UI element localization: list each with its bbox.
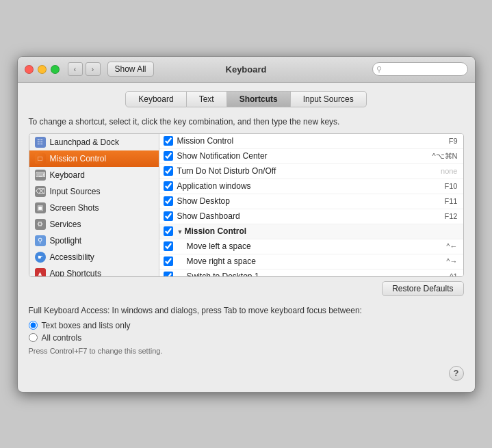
shortcut-key: ^⌥⌘N bbox=[432, 152, 457, 161]
services-icon: ⚙ bbox=[35, 219, 46, 230]
shortcut-label: Application windows bbox=[177, 181, 445, 191]
sidebar-item-keyboard[interactable]: ⌨ Keyboard bbox=[29, 167, 159, 183]
screenshots-icon: ▣ bbox=[35, 202, 46, 213]
shortcut-checkbox[interactable] bbox=[164, 211, 173, 221]
shortcut-key: ^← bbox=[446, 242, 457, 250]
shortcut-key: F11 bbox=[445, 197, 458, 205]
main-panel: ☷ Launchpad & Dock □ Mission Control ⌨ K… bbox=[29, 133, 464, 277]
shortcut-checkbox[interactable] bbox=[164, 241, 173, 251]
shortcut-label: ▼Mission Control bbox=[177, 226, 458, 236]
app-shortcuts-icon: ▲ bbox=[35, 268, 46, 276]
show-all-button[interactable]: Show All bbox=[107, 62, 154, 77]
radio-text-boxes-input[interactable] bbox=[29, 321, 38, 330]
instruction-text: To change a shortcut, select it, click t… bbox=[29, 117, 464, 127]
content-area: Keyboard Text Shortcuts Input Sources To… bbox=[18, 83, 475, 392]
shortcut-checkbox[interactable] bbox=[164, 136, 173, 146]
shortcut-label: Move right a space bbox=[177, 256, 447, 266]
shortcut-checkbox[interactable] bbox=[164, 181, 173, 191]
sidebar-item-services[interactable]: ⚙ Services bbox=[29, 216, 159, 233]
keyboard-access-section: Full Keyboard Access: In windows and dia… bbox=[29, 306, 464, 355]
search-wrap: ⚲ bbox=[372, 62, 468, 76]
shortcuts-list: Mission Control F9 Show Notification Cen… bbox=[159, 134, 463, 276]
shortcut-checkbox[interactable] bbox=[164, 151, 173, 161]
shortcut-row: Show Dashboard F12 bbox=[159, 209, 463, 224]
help-area: ? bbox=[29, 366, 464, 381]
sidebar-item-label: Keyboard bbox=[50, 170, 85, 180]
shortcut-key: ^→ bbox=[446, 257, 457, 265]
sidebar-item-label: Accessibility bbox=[50, 252, 94, 262]
tab-text[interactable]: Text bbox=[187, 91, 227, 107]
sidebar-item-label: Mission Control bbox=[50, 154, 107, 163]
radio-text-boxes-label: Text boxes and lists only bbox=[42, 321, 131, 330]
search-input[interactable] bbox=[372, 62, 468, 76]
tab-shortcuts[interactable]: Shortcuts bbox=[227, 91, 291, 107]
window-title: Keyboard bbox=[226, 64, 267, 75]
forward-button[interactable]: › bbox=[86, 62, 101, 76]
sidebar-item-launchpad[interactable]: ☷ Launchpad & Dock bbox=[29, 134, 159, 150]
shortcut-label: Switch to Desktop 1 bbox=[177, 272, 450, 276]
shortcut-label: Show Desktop bbox=[177, 196, 445, 206]
shortcut-label: Show Notification Center bbox=[177, 151, 432, 161]
sidebar-item-label: Services bbox=[50, 220, 81, 229]
restore-defaults-button[interactable]: Restore Defaults bbox=[382, 281, 463, 296]
sidebar-item-label: App Shortcuts bbox=[50, 269, 101, 276]
input-sources-icon: ⌫ bbox=[35, 186, 46, 197]
search-area: ⚲ bbox=[372, 62, 468, 76]
expand-arrow-icon: ▼ bbox=[177, 228, 183, 235]
shortcut-checkbox[interactable] bbox=[164, 196, 173, 206]
help-button[interactable]: ? bbox=[449, 366, 464, 381]
sidebar-item-label: Launchpad & Dock bbox=[50, 137, 119, 147]
traffic-lights bbox=[25, 65, 60, 74]
shortcut-label: Move left a space bbox=[177, 241, 447, 251]
shortcut-category-sidebar: ☷ Launchpad & Dock □ Mission Control ⌨ K… bbox=[29, 134, 159, 276]
shortcut-row: Mission Control F9 bbox=[159, 134, 463, 149]
shortcut-key: F9 bbox=[449, 137, 458, 145]
shortcut-key: F12 bbox=[445, 212, 458, 220]
tab-input-sources[interactable]: Input Sources bbox=[291, 91, 367, 107]
shortcut-row: Turn Do Not Disturb On/Off none bbox=[159, 164, 463, 179]
shortcut-row: Move right a space ^→ bbox=[159, 254, 463, 269]
shortcut-checkbox[interactable] bbox=[164, 256, 173, 266]
shortcut-row: Show Desktop F11 bbox=[159, 194, 463, 209]
shortcut-row: Switch to Desktop 1 ^1 bbox=[159, 269, 463, 276]
shortcut-row: Move left a space ^← bbox=[159, 239, 463, 254]
sidebar-item-screenshots[interactable]: ▣ Screen Shots bbox=[29, 200, 159, 216]
keyboard-hint-text: Press Control+F7 to change this setting. bbox=[29, 347, 464, 355]
launchpad-icon: ☷ bbox=[35, 137, 46, 148]
shortcut-label: Show Dashboard bbox=[177, 211, 445, 221]
close-button[interactable] bbox=[25, 65, 34, 74]
sidebar-item-mission-control[interactable]: □ Mission Control bbox=[29, 150, 159, 167]
shortcut-checkbox[interactable] bbox=[164, 166, 173, 176]
sidebar-item-input-sources[interactable]: ⌫ Input Sources bbox=[29, 183, 159, 200]
sidebar-item-label: Spotlight bbox=[50, 236, 82, 246]
radio-group: Text boxes and lists only All controls bbox=[29, 321, 464, 343]
radio-all-controls[interactable]: All controls bbox=[29, 333, 464, 343]
restore-area: Restore Defaults bbox=[29, 277, 464, 296]
shortcut-checkbox[interactable] bbox=[164, 226, 173, 236]
minimize-button[interactable] bbox=[38, 65, 47, 74]
spotlight-icon: ⚲ bbox=[35, 235, 46, 246]
tab-keyboard[interactable]: Keyboard bbox=[125, 91, 186, 107]
nav-area: ‹ › Show All bbox=[68, 62, 154, 77]
radio-all-controls-input[interactable] bbox=[29, 333, 38, 342]
sidebar-item-spotlight[interactable]: ⚲ Spotlight bbox=[29, 233, 159, 249]
tabs-bar: Keyboard Text Shortcuts Input Sources bbox=[29, 91, 464, 107]
keyboard-icon: ⌨ bbox=[35, 170, 46, 181]
shortcut-label: Mission Control bbox=[177, 136, 449, 146]
back-button[interactable]: ‹ bbox=[68, 62, 83, 76]
shortcut-checkbox[interactable] bbox=[164, 272, 173, 276]
shortcut-row: Show Notification Center ^⌥⌘N bbox=[159, 149, 463, 164]
keyboard-preferences-window: ‹ › Show All Keyboard ⚲ Keyboard Text Sh… bbox=[17, 56, 476, 393]
accessibility-icon: ☛ bbox=[35, 252, 46, 263]
sidebar-item-app-shortcuts[interactable]: ▲ App Shortcuts bbox=[29, 265, 159, 276]
shortcut-group-header: ▼Mission Control bbox=[159, 224, 463, 239]
radio-all-controls-label: All controls bbox=[42, 333, 82, 343]
maximize-button[interactable] bbox=[51, 65, 60, 74]
titlebar: ‹ › Show All Keyboard ⚲ bbox=[18, 57, 475, 83]
shortcut-row: Application windows F10 bbox=[159, 179, 463, 194]
radio-text-boxes[interactable]: Text boxes and lists only bbox=[29, 321, 464, 330]
keyboard-access-label: Full Keyboard Access: In windows and dia… bbox=[29, 306, 362, 315]
shortcut-key: none bbox=[441, 167, 457, 175]
shortcut-key: ^1 bbox=[450, 272, 457, 276]
sidebar-item-accessibility[interactable]: ☛ Accessibility bbox=[29, 249, 159, 265]
